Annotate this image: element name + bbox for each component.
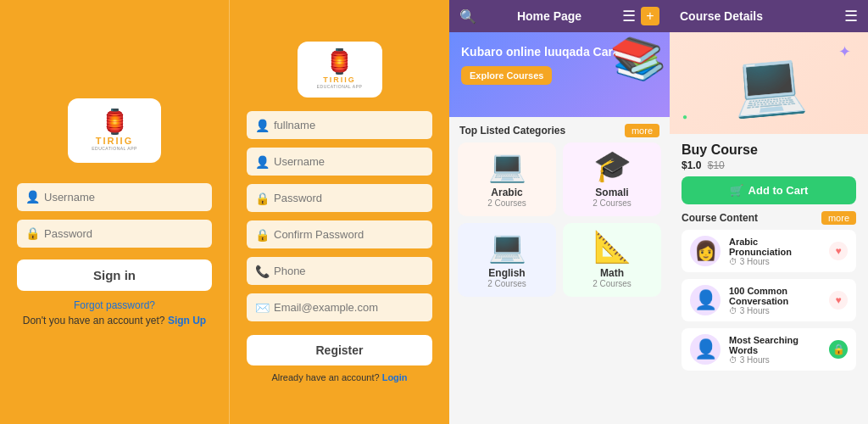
confirm-password-input[interactable]: [247, 220, 432, 248]
category-somali[interactable]: 🎓 Somali 2 Courses: [563, 142, 661, 216]
arabic-count: 2 Courses: [487, 198, 526, 208]
search-button[interactable]: 🔍: [459, 8, 476, 25]
categories-more-button[interactable]: more: [625, 124, 659, 137]
fullname-group: 👤: [247, 111, 432, 139]
buy-course-heading: Buy Course: [682, 142, 856, 158]
phone-input[interactable]: [247, 257, 432, 285]
course-details-header: Course Details ☰: [670, 0, 868, 32]
category-english[interactable]: 💻 English 2 Courses: [458, 223, 556, 297]
course-item-2: 👤 100 Common Conversation ⏱ 3 Hours ♥: [682, 279, 856, 321]
logo-lamp-icon-reg: 🏮: [325, 50, 354, 74]
course-item-3: 👤 Most Searching Words ⏱ 3 Hours 🔒: [682, 328, 856, 371]
hero-banner: Kubaro online luuqada Carabiga Explore C…: [449, 32, 670, 117]
english-icon: 💻: [488, 232, 526, 262]
logo-card-register: 🏮 TIRIIG EDUCATIONAL APP: [298, 42, 382, 98]
english-count: 2 Courses: [487, 279, 526, 288]
username-group: 👤: [17, 183, 212, 211]
register-panel: 🏮 TIRIIG EDUCATIONAL APP 👤 👤 🔒 🔒 📞 ✉️ Re…: [229, 0, 449, 424]
logo-title: TIRIIG: [96, 136, 133, 146]
forgot-password-link[interactable]: Forgot password?: [74, 299, 155, 311]
explore-courses-button[interactable]: Explore Courses: [461, 66, 552, 85]
sign-in-button[interactable]: Sign in: [17, 259, 212, 291]
categories-header: Top Listed Categories more: [449, 117, 670, 142]
right-section: 🔍 Home Page ☰ + Kubaro online luuqada Ca…: [449, 0, 868, 424]
email-input[interactable]: [247, 293, 432, 321]
laptop-icon: 💻: [729, 45, 809, 120]
register-button[interactable]: Register: [247, 335, 432, 365]
course-item-action-2[interactable]: ♥: [829, 291, 848, 310]
logo-card-login: 🏮 TIRIIG EDUCATIONAL APP: [68, 98, 161, 163]
course-price: $1.0 $10: [682, 159, 856, 171]
sign-up-link[interactable]: Sign Up: [168, 315, 206, 326]
add-to-cart-button[interactable]: 🛒 Add to Cart: [682, 176, 856, 204]
categories-grid: 💻 Arabic 2 Courses 🎓 Somali 2 Courses 💻 …: [449, 142, 670, 305]
home-page: 🔍 Home Page ☰ + Kubaro online luuqada Ca…: [449, 0, 670, 424]
math-name: Math: [600, 267, 624, 279]
lock-icon-reg: 🔒: [255, 192, 270, 205]
course-item-avatar-1: 👩: [690, 236, 721, 266]
new-price: $1.0: [682, 159, 701, 171]
course-content-header: Course Content more: [670, 204, 868, 230]
course-item-duration-3: ⏱ 3 Hours: [729, 355, 821, 365]
already-account-text: Already have an account? Login: [271, 372, 407, 382]
menu-icon: ☰: [622, 7, 636, 25]
arabic-icon: 💻: [488, 151, 526, 181]
logo-subtitle-reg: EDUCATIONAL APP: [317, 84, 363, 89]
course-item-duration-2: ⏱ 3 Hours: [729, 306, 821, 315]
email-icon: ✉️: [255, 301, 270, 315]
course-item-1: 👩 Arabic Pronunciation ⏱ 3 Hours ♥: [682, 230, 856, 272]
logo-subtitle: EDUCATIONAL APP: [92, 146, 137, 151]
reg-username-group: 👤: [247, 148, 432, 176]
arabic-name: Arabic: [491, 187, 522, 198]
course-item-avatar-2: 👤: [690, 285, 721, 315]
password-input[interactable]: [17, 220, 212, 248]
email-group: ✉️: [247, 293, 432, 321]
plus-button[interactable]: +: [641, 7, 659, 25]
course-hero-image: 💻 ✦ ●: [670, 32, 868, 134]
course-menu-icon: ☰: [844, 7, 858, 25]
course-details-title: Course Details: [680, 9, 763, 23]
course-items-list: 👩 Arabic Pronunciation ⏱ 3 Hours ♥ 👤 100…: [670, 230, 868, 371]
categories-title: Top Listed Categories: [459, 125, 565, 137]
login-link[interactable]: Login: [382, 372, 408, 382]
lock-icon: 🔒: [25, 226, 40, 240]
content-more-button[interactable]: more: [821, 211, 856, 225]
password-group: 🔒: [17, 220, 212, 248]
reg-password-group: 🔒: [247, 184, 432, 212]
home-header: 🔍 Home Page ☰ +: [449, 0, 670, 32]
confirm-password-group: 🔒: [247, 220, 432, 248]
sparkle2-icon: ●: [682, 112, 687, 121]
user-icon-reg: 👤: [255, 155, 270, 169]
course-item-duration-1: ⏱ 3 Hours: [729, 257, 821, 266]
course-item-info-2: 100 Common Conversation ⏱ 3 Hours: [729, 286, 821, 315]
course-item-avatar-3: 👤: [690, 334, 721, 365]
logo-lamp-icon: 🏮: [100, 110, 130, 134]
home-page-title: Home Page: [517, 9, 581, 23]
course-item-action-3[interactable]: 🔒: [829, 340, 848, 359]
phone-icon: 📞: [255, 265, 270, 278]
logo-title-reg: TIRIIG: [323, 75, 356, 84]
reg-username-input[interactable]: [247, 148, 432, 176]
sparkle-icon: ✦: [838, 42, 851, 61]
phone-group: 📞: [247, 257, 432, 285]
user-icon-fn: 👤: [255, 119, 270, 132]
category-arabic[interactable]: 💻 Arabic 2 Courses: [458, 142, 556, 216]
course-details: Course Details ☰ 💻 ✦ ● Buy Course $1.0 $…: [670, 0, 868, 424]
hero-books-icon: 📚: [609, 33, 668, 84]
course-item-info-1: Arabic Pronunciation ⏱ 3 Hours: [729, 237, 821, 266]
login-panel: 🏮 TIRIIG EDUCATIONAL APP 👤 🔒 Sign in For…: [0, 0, 229, 424]
course-content-title: Course Content: [682, 212, 758, 224]
username-input[interactable]: [17, 183, 212, 211]
course-item-title-3: Most Searching Words: [729, 335, 821, 355]
reg-password-input[interactable]: [247, 184, 432, 212]
math-icon: 📐: [593, 232, 632, 262]
somali-icon: 🎓: [593, 151, 632, 181]
math-count: 2 Courses: [593, 279, 632, 288]
cart-icon: 🛒: [730, 184, 743, 197]
user-icon: 👤: [25, 190, 40, 204]
category-math[interactable]: 📐 Math 2 Courses: [563, 223, 661, 297]
course-item-action-1[interactable]: ♥: [829, 242, 848, 260]
somali-name: Somali: [595, 187, 628, 198]
english-name: English: [488, 267, 525, 279]
fullname-input[interactable]: [247, 111, 432, 139]
